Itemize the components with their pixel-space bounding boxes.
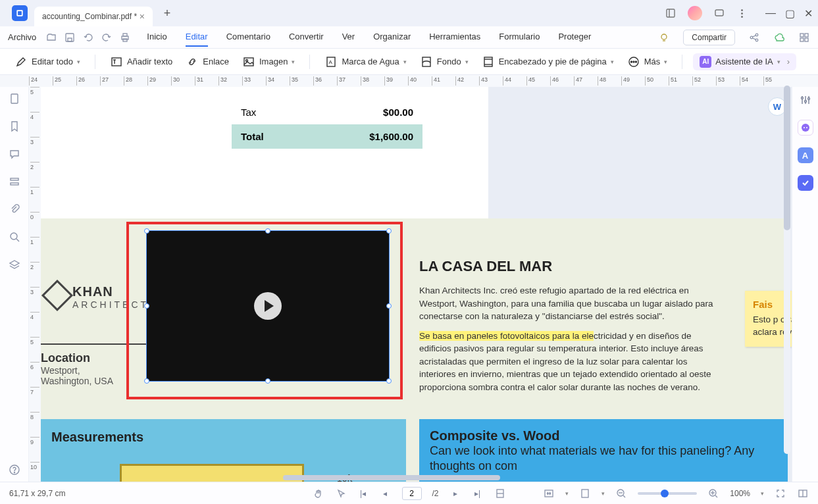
zoom-in-icon[interactable] <box>707 488 719 499</box>
menu-file[interactable]: Archivo <box>8 32 36 42</box>
redo-icon[interactable] <box>101 32 113 43</box>
next-page-icon[interactable]: ▸ <box>449 488 461 499</box>
cloud-icon[interactable] <box>773 32 785 43</box>
menu-organizar[interactable]: Organizar <box>373 28 411 47</box>
background-tool[interactable]: Fondo▾ <box>416 53 473 71</box>
document-canvas[interactable]: Tax$00.00 Total$1,600.00 KHAN ARCHITECT … <box>41 87 792 488</box>
minimize-button[interactable]: — <box>765 7 776 20</box>
edit-all-tool[interactable]: Editar todo▾ <box>11 53 84 71</box>
more-tool[interactable]: Más▾ <box>623 53 672 71</box>
resize-handle-n[interactable] <box>265 228 270 234</box>
zoom-slider-thumb[interactable] <box>661 490 669 497</box>
fields-icon[interactable] <box>8 175 21 188</box>
ai-assistant-tool[interactable]: AIAsistente de IA▾› <box>693 53 796 70</box>
zoom-slider[interactable] <box>638 492 697 495</box>
resize-handle-e[interactable] <box>386 303 392 309</box>
add-text-tool[interactable]: Añadir texto <box>106 53 176 71</box>
hand-tool-icon[interactable] <box>312 488 324 499</box>
page-input[interactable] <box>401 487 421 500</box>
tab-title: accounting_Combinar.pdf * <box>42 12 137 21</box>
select-tool-icon[interactable] <box>334 488 346 499</box>
image-tool[interactable]: Imagen▾ <box>238 53 299 71</box>
zoom-out-icon[interactable] <box>615 488 627 499</box>
menu-editar[interactable]: Editar <box>186 28 208 47</box>
svg-line-16 <box>753 38 756 39</box>
help-icon[interactable] <box>8 463 21 476</box>
link-tool[interactable]: Enlace <box>182 53 233 71</box>
header-footer-tool[interactable]: Encabezado y pie de página▾ <box>478 53 618 71</box>
translate-icon[interactable]: A <box>798 147 813 163</box>
ai-chat-icon[interactable] <box>798 120 813 136</box>
print-icon[interactable] <box>119 32 131 43</box>
save-icon[interactable] <box>64 32 76 43</box>
reflow-icon[interactable] <box>494 488 506 499</box>
attachments-icon[interactable] <box>8 203 21 216</box>
resize-handle-s[interactable] <box>265 378 270 384</box>
menu-formulario[interactable]: Formulario <box>499 28 540 47</box>
svg-point-34 <box>633 61 634 63</box>
total-label: Total <box>241 131 264 142</box>
app-logo[interactable] <box>12 5 28 21</box>
brand-logo-icon <box>41 280 73 311</box>
horizontal-scroll-thumb[interactable] <box>283 475 500 480</box>
svg-rect-29 <box>484 57 492 66</box>
share-button[interactable]: Compartir <box>683 30 735 45</box>
search-icon[interactable] <box>8 230 21 243</box>
user-avatar[interactable] <box>688 6 702 20</box>
comments-icon[interactable] <box>8 147 21 161</box>
resize-handle-sw[interactable] <box>144 378 149 384</box>
menu-bar: Archivo Inicio Editar Comentario Convert… <box>0 26 818 49</box>
vertical-scroll-thumb[interactable] <box>784 86 790 230</box>
svg-rect-37 <box>11 178 18 180</box>
menu-proteger[interactable]: Proteger <box>558 28 591 47</box>
undo-icon[interactable] <box>82 32 94 43</box>
menu-inicio[interactable]: Inicio <box>147 28 166 47</box>
menu-comentario[interactable]: Comentario <box>226 28 270 47</box>
close-tab-icon[interactable]: × <box>140 11 145 22</box>
panel-icon[interactable] <box>665 8 676 18</box>
checklist-icon[interactable] <box>798 175 813 191</box>
resize-handle-nw[interactable] <box>144 228 149 234</box>
maximize-button[interactable]: ▢ <box>785 7 795 20</box>
resize-handle-w[interactable] <box>144 303 149 309</box>
fit-width-icon[interactable] <box>543 488 555 499</box>
watermark-tool[interactable]: AMarca de Agua▾ <box>320 53 410 71</box>
svg-rect-19 <box>800 38 804 41</box>
lightbulb-icon[interactable] <box>658 32 670 43</box>
svg-rect-38 <box>11 183 18 185</box>
first-page-icon[interactable]: |◂ <box>357 488 369 499</box>
bookmarks-icon[interactable] <box>8 120 21 133</box>
page-1-fragment: Tax$00.00 Total$1,600.00 <box>41 87 488 218</box>
grid-icon[interactable] <box>798 32 810 43</box>
resize-handle-se[interactable] <box>386 378 392 384</box>
document-tab[interactable]: accounting_Combinar.pdf * × <box>34 7 153 26</box>
layers-icon[interactable] <box>8 258 21 271</box>
thumbnails-icon[interactable] <box>8 92 21 105</box>
svg-rect-1 <box>18 11 22 15</box>
svg-rect-55 <box>582 490 588 497</box>
prev-page-icon[interactable]: ◂ <box>379 488 391 499</box>
video-object[interactable] <box>146 230 390 382</box>
new-tab-button[interactable]: + <box>158 4 176 22</box>
chat-icon[interactable] <box>714 8 725 18</box>
menu-convertir[interactable]: Convertir <box>289 28 324 47</box>
pencil-icon <box>14 55 28 68</box>
open-icon[interactable] <box>45 32 57 43</box>
read-mode-icon[interactable] <box>797 488 809 499</box>
play-icon[interactable] <box>254 292 282 320</box>
vertical-scrollbar[interactable] <box>784 86 790 454</box>
share-nodes-icon[interactable] <box>748 32 760 43</box>
fullscreen-icon[interactable] <box>775 488 786 499</box>
svg-rect-9 <box>123 39 127 41</box>
menu-herramientas[interactable]: Herramientas <box>429 28 480 47</box>
page-total: /2 <box>432 489 438 498</box>
menu-ver[interactable]: Ver <box>342 28 355 47</box>
article-p2: Se basa en paneles fotovoltaicos para la… <box>419 330 722 394</box>
sliders-icon[interactable] <box>798 92 813 108</box>
resize-handle-ne[interactable] <box>386 228 392 234</box>
close-window-button[interactable]: ✕ <box>804 7 813 20</box>
last-page-icon[interactable]: ▸| <box>472 488 484 499</box>
view-mode-icon[interactable] <box>579 488 591 499</box>
edit-all-label: Editar todo <box>32 57 73 66</box>
kebab-icon[interactable] <box>736 8 747 18</box>
